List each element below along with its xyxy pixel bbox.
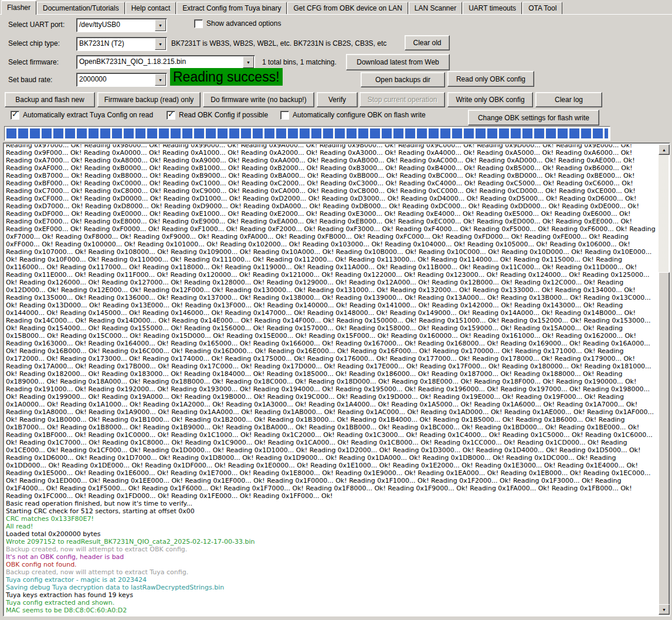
- firmware-label: Select firmware:: [8, 58, 59, 66]
- progress-segment: [558, 128, 568, 138]
- progress-segment: [335, 128, 345, 138]
- progress-segment: [393, 128, 403, 138]
- progress-bar: [4, 126, 610, 141]
- stop-operation-button[interactable]: Stop current operation: [359, 92, 445, 107]
- progress-segment: [147, 128, 157, 138]
- log-line: OBK config not found.: [6, 561, 657, 568]
- firmware-backup-button[interactable]: Firmware backup (read) only: [97, 92, 201, 107]
- show-advanced-label: Show advanced options: [206, 19, 281, 28]
- progress-segment: [276, 128, 286, 138]
- checkbox-box-icon: [11, 111, 19, 120]
- tab-bar: FlasherDocumentation/TutorialsHelp conta…: [1, 1, 563, 14]
- progress-segment: [382, 128, 392, 138]
- progress-segment: [476, 128, 486, 138]
- scrollbar-thumb[interactable]: [659, 272, 670, 605]
- log-reading-stream: Ok! Reading 0x8F000... Ok! Reading 0x900…: [6, 144, 657, 500]
- log-line: Tuya keys extraction has found 19 keys: [6, 591, 657, 599]
- progress-segment: [405, 128, 415, 138]
- progress-segment: [171, 128, 181, 138]
- log-line: Backup created, now will attempt to extr…: [6, 546, 657, 553]
- progress-segment: [206, 128, 216, 138]
- progress-segment: [522, 128, 532, 138]
- change-obk-settings-button[interactable]: Change OBK settings for flash write: [468, 110, 599, 126]
- log-line: Starting CRC check for 512 sectors, star…: [6, 507, 657, 515]
- log-line: MAC seems to be D8:C8:0C:60:A0:D2: [6, 607, 657, 614]
- log-line: CRC matches 0x133F80E7!: [6, 515, 657, 523]
- tab-flasher[interactable]: Flasher: [1, 1, 36, 15]
- progress-segment: [112, 128, 122, 138]
- tab-extract-config-from-tuya-binary[interactable]: Extract Config from Tuya binary: [177, 2, 287, 14]
- progress-segment: [370, 128, 380, 138]
- do-firmware-write-button[interactable]: Do firmware write (no backup!): [203, 92, 314, 107]
- dropdown-arrow-icon[interactable]: ▼: [243, 56, 254, 68]
- auto-extract-tuya-label: Automatically extract Tuya Config on rea…: [23, 111, 153, 119]
- log-line: Tuya config extractor - magic is at 2023…: [6, 576, 657, 584]
- download-latest-button[interactable]: Download latest from Web: [346, 54, 450, 70]
- progress-segment: [499, 128, 509, 138]
- log-output[interactable]: Ok! Reading 0x8F000... Ok! Reading 0x900…: [3, 143, 670, 616]
- log-line: Wrote 2097152 to readResult_BK7231N_QIO_…: [6, 538, 657, 546]
- dropdown-arrow-icon[interactable]: ▼: [155, 74, 166, 86]
- uart-port-value: /dev/ttyUSB0: [79, 21, 120, 29]
- chip-type-hint: BK7231T is WB3S, WB2S, WB2L, etc. BK7231…: [171, 39, 386, 48]
- progress-segment: [440, 128, 450, 138]
- log-scrollbar[interactable]: ▲ ▼: [659, 144, 668, 615]
- chip-type-label: Select chip type:: [8, 39, 60, 48]
- tab-get-cfg-from-obk-device-on-lan[interactable]: Get CFG from OBK device on LAN: [287, 2, 408, 14]
- tab-ota-tool[interactable]: OTA Tool: [522, 2, 562, 14]
- dropdown-arrow-icon[interactable]: ▼: [155, 38, 166, 50]
- status-banner: Reading success!: [170, 68, 283, 86]
- firmware-value: OpenBK7231N_QIO_1.18.215.bin: [79, 57, 186, 66]
- progress-segment: [218, 128, 228, 138]
- tab-documentation-tutorials[interactable]: Documentation/Tutorials: [37, 2, 125, 14]
- progress-segment: [241, 128, 251, 138]
- progress-segment: [89, 128, 99, 138]
- clear-old-button[interactable]: Clear old: [405, 35, 450, 50]
- write-only-obk-config-button[interactable]: Write only OBK config: [447, 92, 533, 107]
- progress-segment: [452, 128, 462, 138]
- progress-segment: [605, 128, 608, 138]
- show-advanced-checkbox[interactable]: Show advanced options: [194, 19, 281, 28]
- tab-help-contact[interactable]: Help contact: [125, 2, 177, 14]
- progress-segment: [593, 128, 603, 138]
- progress-segment: [358, 128, 368, 138]
- progress-segment: [30, 128, 40, 138]
- uart-port-select[interactable]: /dev/ttyUSB0 ▼: [76, 18, 167, 32]
- baud-rate-select[interactable]: 2000000 ▼: [76, 73, 167, 87]
- baud-rate-label: Set baud rate:: [8, 76, 52, 84]
- scroll-down-icon[interactable]: ▼: [659, 604, 670, 615]
- clear-log-button[interactable]: Clear log: [535, 92, 602, 107]
- scroll-up-icon[interactable]: ▲: [659, 144, 670, 155]
- log-status-lines: Basic read operation finished, but now i…: [6, 500, 657, 614]
- log-line: Loaded total 0x200000 bytes: [6, 530, 657, 538]
- progress-segment: [487, 128, 497, 138]
- read-only-obk-config-button[interactable]: Read only OBK config: [447, 71, 534, 87]
- tab-lan-scanner[interactable]: LAN Scanner: [409, 2, 462, 14]
- flasher-window: FlasherDocumentation/TutorialsHelp conta…: [0, 0, 672, 620]
- progress-segment: [264, 128, 274, 138]
- progress-segment: [6, 128, 16, 138]
- progress-fill: [6, 128, 608, 138]
- backup-and-flash-button[interactable]: Backup and flash new: [5, 92, 95, 107]
- read-obk-if-possible-checkbox[interactable]: Read OBK Config if possible: [167, 111, 268, 120]
- log-line: Basic read operation finished, but now i…: [6, 500, 657, 507]
- log-clip: Ok! Reading 0x8F000... Ok! Reading 0x900…: [5, 144, 657, 615]
- open-backups-dir-button[interactable]: Open backups dir: [361, 72, 445, 87]
- auto-configure-obk-checkbox[interactable]: Automatically configure OBK on flash wri…: [280, 111, 426, 120]
- progress-segment: [194, 128, 204, 138]
- dropdown-arrow-icon[interactable]: ▼: [155, 19, 166, 31]
- firmware-select[interactable]: OpenBK7231N_QIO_1.18.215.bin ▼: [76, 55, 255, 69]
- tab-uart-timeouts[interactable]: UART timeouts: [463, 2, 522, 14]
- log-line: Tuya config extracted and shown.: [6, 599, 657, 607]
- verify-button[interactable]: Verify: [317, 92, 358, 107]
- progress-segment: [124, 128, 134, 138]
- checkbox-box-icon: [280, 111, 289, 120]
- auto-extract-tuya-checkbox[interactable]: Automatically extract Tuya Config on rea…: [11, 111, 153, 120]
- progress-segment: [77, 128, 87, 138]
- progress-segment: [65, 128, 75, 138]
- log-line: All read!: [6, 523, 657, 530]
- progress-segment: [347, 128, 357, 138]
- progress-segment: [417, 128, 427, 138]
- progress-segment: [182, 128, 192, 138]
- chip-type-select[interactable]: BK7231N (T2) ▼: [76, 37, 167, 51]
